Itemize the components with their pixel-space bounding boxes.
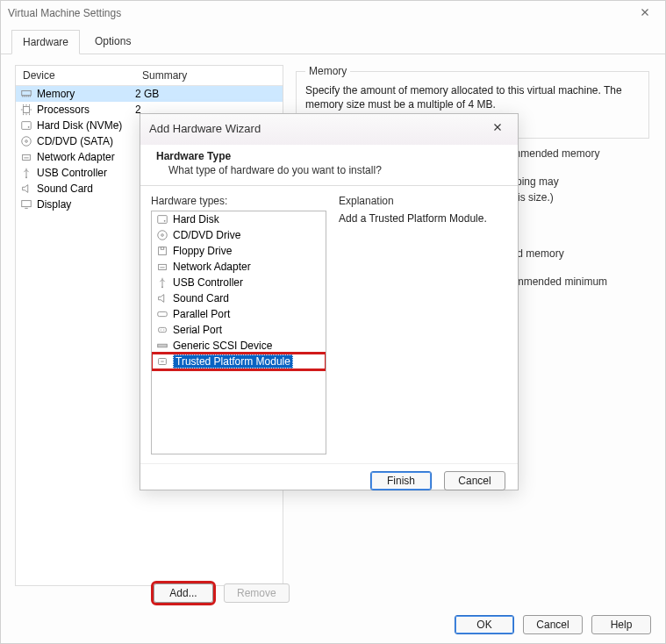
device-name: Display [37,198,135,211]
wizard-header: Hardware Type What type of hardware do y… [140,145,518,186]
add-remove-bar: Add... Remove [154,583,290,603]
device-summary: 2 GB [135,88,279,100]
wizard-title: Add Hardware Wizard [149,122,261,135]
wizard-titlebar: Add Hardware Wizard [140,114,518,145]
cd-icon [155,228,169,242]
wizard-heading: Hardware Type [156,150,502,162]
display-icon [19,197,33,211]
hardware-type-label: Serial Port [173,324,222,336]
hardware-types-list[interactable]: Hard DiskCD/DVD DriveFloppy DriveNetwork… [151,211,326,454]
hardware-type-item[interactable]: Sound Card [152,290,326,306]
hardware-type-label: Parallel Port [173,308,230,320]
finish-button[interactable]: Finish [370,471,432,490]
floppy-icon [155,244,169,258]
hardware-type-item[interactable]: Network Adapter [152,259,326,275]
help-button[interactable]: Help [591,615,651,634]
explanation-label: Explanation [339,195,507,207]
cd-icon [19,134,33,148]
hardware-types-label: Hardware types: [151,195,326,207]
hardware-type-label: USB Controller [173,276,243,289]
hardware-type-label: Trusted Platform Module [173,354,293,369]
nic-icon [155,260,169,274]
close-icon[interactable] [632,4,658,23]
wizard-close-icon[interactable] [486,119,509,138]
titlebar: Virtual Machine Settings [1,1,665,25]
hardware-type-label: Hard Disk [173,213,219,225]
device-name: Network Adapter [37,151,135,163]
disk-icon [155,212,169,226]
sound-icon [155,291,169,305]
device-name: USB Controller [37,167,135,179]
wizard-subheading: What type of hardware do you want to ins… [168,164,502,176]
col-device: Device [16,66,135,85]
wizard-footer: Finish Cancel [140,463,518,501]
hardware-type-item[interactable]: Hard Disk [152,211,326,227]
hardware-type-item[interactable]: Floppy Drive [152,243,326,259]
nic-icon [19,150,33,164]
parallel-icon [155,307,169,321]
hardware-type-item[interactable]: Parallel Port [152,306,326,322]
cpu-icon [19,103,33,117]
device-name: Hard Disk (NVMe) [37,119,135,132]
sound-icon [19,182,33,196]
ok-button[interactable]: OK [455,615,514,634]
memory-desc: Specify the amount of memory allocated t… [305,84,640,111]
usb-icon [155,275,169,290]
device-name: Memory [37,88,135,100]
hardware-type-label: Sound Card [173,292,229,304]
hardware-type-item[interactable]: Serial Port [152,322,326,338]
col-summary: Summary [135,66,283,85]
hardware-type-label: Network Adapter [173,261,251,273]
memory-legend: Memory [305,65,350,77]
remove-button[interactable]: Remove [224,583,290,603]
vm-settings-window: Virtual Machine Settings Hardware Option… [0,0,666,644]
tab-hardware[interactable]: Hardware [11,30,80,54]
tabstrip: Hardware Options [1,29,665,54]
hardware-type-item[interactable]: Generic SCSI Device [152,338,326,354]
add-hardware-wizard: Add Hardware Wizard Hardware Type What t… [140,113,519,490]
window-title: Virtual Machine Settings [8,7,121,19]
hardware-type-label: CD/DVD Drive [173,229,240,241]
explanation-text: Add a Trusted Platform Module. [339,212,507,225]
hardware-type-label: Generic SCSI Device [173,340,272,352]
hardware-type-item[interactable]: CD/DVD Drive [152,227,326,243]
device-table-header: Device Summary [16,66,283,86]
cancel-button[interactable]: Cancel [523,615,583,634]
dialog-footer: OK Cancel Help [455,615,651,634]
serial-icon [155,323,169,337]
tab-options[interactable]: Options [83,29,142,54]
device-name: CD/DVD (SATA) [37,135,135,147]
hardware-type-item[interactable]: USB Controller [152,275,326,290]
scsi-icon [155,339,169,353]
wizard-cancel-button[interactable]: Cancel [444,471,505,490]
device-name: Sound Card [37,182,135,195]
add-button[interactable]: Add... [154,583,213,603]
usb-icon [19,166,33,180]
device-name: Processors [37,104,135,116]
tpm-icon [155,354,169,369]
device-row[interactable]: Memory2 GB [16,86,283,102]
memory-icon [19,87,33,101]
hardware-type-label: Floppy Drive [173,245,232,257]
hardware-type-item[interactable]: Trusted Platform Module [152,354,326,369]
disk-icon [19,118,33,132]
